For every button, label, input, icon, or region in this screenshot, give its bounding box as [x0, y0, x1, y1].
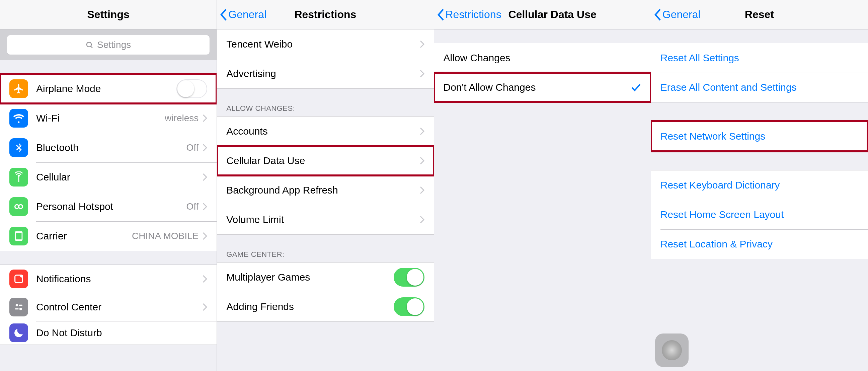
cell-label: Personal Hotspot — [36, 201, 186, 212]
panel-restrictions: General Restrictions Tencent Weibo Adver… — [217, 0, 434, 371]
cell-background-app-refresh[interactable]: Background App Refresh — [217, 176, 434, 205]
cellular-data-use-options: Allow Changes Don't Allow Changes — [434, 43, 651, 102]
cell-reset-home-screen-layout[interactable]: Reset Home Screen Layout — [651, 200, 868, 229]
nav-title: Restrictions — [294, 8, 356, 21]
svg-point-0 — [87, 42, 91, 47]
cell-reset-keyboard-dictionary[interactable]: Reset Keyboard Dictionary — [651, 171, 868, 200]
adding-friends-toggle[interactable] — [394, 297, 425, 316]
cell-label: Reset Location & Privacy — [660, 239, 858, 250]
control-center-icon — [9, 298, 28, 316]
cell-tencent-weibo[interactable]: Tencent Weibo — [217, 29, 434, 59]
group-header-allow-changes: ALLOW CHANGES: — [217, 100, 434, 116]
cell-label: Tencent Weibo — [226, 38, 420, 50]
back-button[interactable]: General — [220, 0, 267, 29]
back-label: General — [228, 8, 267, 21]
settings-group-connectivity: Airplane Mode Wi-Fi wireless Bluetooth O… — [0, 74, 217, 251]
chevron-right-icon — [420, 157, 425, 165]
panel-reset: General Reset Reset All Settings Erase A… — [651, 0, 868, 371]
dnd-icon — [9, 323, 28, 342]
cell-airplane-mode[interactable]: Airplane Mode — [0, 74, 217, 103]
checkmark-icon — [631, 82, 641, 93]
assistive-touch-button[interactable] — [655, 334, 689, 367]
settings-group-system: Notifications Control Center Do Not Dist… — [0, 265, 217, 345]
chevron-right-icon — [203, 203, 207, 211]
reset-group-network: Reset Network Settings — [651, 121, 868, 151]
cell-label: Reset Home Screen Layout — [660, 209, 858, 220]
chevron-right-icon — [203, 144, 207, 152]
chevron-left-icon — [654, 8, 661, 21]
cell-detail: wireless — [165, 113, 198, 124]
chevron-left-icon — [437, 8, 444, 21]
svg-point-7 — [16, 304, 18, 306]
cell-cellular[interactable]: Cellular — [0, 162, 217, 192]
nav-title: Cellular Data Use — [508, 8, 596, 21]
cell-allow-changes[interactable]: Allow Changes — [434, 43, 651, 73]
multiplayer-toggle[interactable] — [394, 268, 425, 287]
svg-point-2 — [18, 175, 19, 176]
cell-detail: Off — [186, 142, 198, 153]
cell-label: Erase All Content and Settings — [660, 82, 858, 93]
cell-volume-limit[interactable]: Volume Limit — [217, 205, 434, 235]
reset-group-other: Reset Keyboard Dictionary Reset Home Scr… — [651, 170, 868, 259]
chevron-right-icon — [420, 70, 425, 78]
cell-reset-location-privacy[interactable]: Reset Location & Privacy — [651, 229, 868, 259]
chevron-right-icon — [203, 275, 207, 283]
cell-personal-hotspot[interactable]: Personal Hotspot Off — [0, 192, 217, 221]
svg-point-6 — [20, 275, 23, 278]
back-button[interactable]: Restrictions — [437, 0, 501, 29]
cell-label: Control Center — [36, 301, 203, 313]
cell-detail: CHINA MOBILE — [132, 231, 198, 241]
cell-adding-friends[interactable]: Adding Friends — [217, 292, 434, 321]
navbar: Restrictions Cellular Data Use — [434, 0, 651, 29]
navbar: General Reset — [651, 0, 868, 29]
cell-label: Background App Refresh — [226, 185, 420, 196]
cell-do-not-disturb[interactable]: Do Not Disturb — [0, 321, 217, 344]
chevron-right-icon — [420, 186, 425, 194]
cell-erase-all-content[interactable]: Erase All Content and Settings — [651, 73, 868, 102]
chevron-right-icon — [420, 127, 425, 135]
notifications-icon — [9, 270, 28, 288]
search-placeholder: Settings — [97, 39, 131, 50]
cell-label: Adding Friends — [226, 301, 393, 312]
restrictions-group-game-center: Multiplayer Games Adding Friends — [217, 262, 434, 322]
cell-label: Allow Changes — [443, 52, 641, 64]
back-label: General — [662, 8, 701, 21]
cell-carrier[interactable]: Carrier CHINA MOBILE — [0, 221, 217, 251]
cell-label: Reset All Settings — [660, 52, 858, 64]
chevron-right-icon — [203, 173, 207, 181]
chevron-right-icon — [203, 114, 207, 122]
search-icon — [86, 41, 94, 49]
panel-cellular-data-use: Restrictions Cellular Data Use Allow Cha… — [434, 0, 651, 371]
chevron-right-icon — [203, 303, 207, 311]
svg-line-1 — [91, 46, 92, 48]
cell-label: Do Not Disturb — [36, 327, 207, 339]
svg-point-3 — [15, 205, 19, 208]
cell-accounts[interactable]: Accounts — [217, 117, 434, 146]
cell-dont-allow-changes[interactable]: Don't Allow Changes — [434, 73, 651, 102]
cell-label: Multiplayer Games — [226, 272, 393, 283]
cell-cellular-data-use[interactable]: Cellular Data Use — [217, 146, 434, 176]
airplane-toggle[interactable] — [177, 80, 207, 98]
cell-notifications[interactable]: Notifications — [0, 265, 217, 293]
back-button[interactable]: General — [654, 0, 701, 29]
carrier-icon — [9, 227, 28, 245]
search-input[interactable]: Settings — [7, 35, 210, 55]
cell-multiplayer-games[interactable]: Multiplayer Games — [217, 262, 434, 292]
cell-label: Cellular Data Use — [226, 155, 420, 166]
cell-label: Notifications — [36, 273, 203, 285]
cell-advertising[interactable]: Advertising — [217, 59, 434, 88]
bluetooth-icon — [9, 138, 28, 157]
cell-wifi[interactable]: Wi-Fi wireless — [0, 103, 217, 133]
cell-reset-network-settings[interactable]: Reset Network Settings — [651, 122, 868, 151]
cellular-icon — [9, 168, 28, 186]
airplane-icon — [9, 80, 28, 98]
chevron-left-icon — [220, 8, 227, 21]
cell-reset-all-settings[interactable]: Reset All Settings — [651, 43, 868, 73]
hotspot-icon — [9, 197, 28, 216]
svg-point-4 — [19, 205, 23, 208]
cell-label: Cellular — [36, 172, 203, 183]
cell-control-center[interactable]: Control Center — [0, 293, 217, 321]
cell-bluetooth[interactable]: Bluetooth Off — [0, 133, 217, 162]
svg-rect-8 — [19, 305, 23, 306]
cell-label: Accounts — [226, 126, 420, 137]
